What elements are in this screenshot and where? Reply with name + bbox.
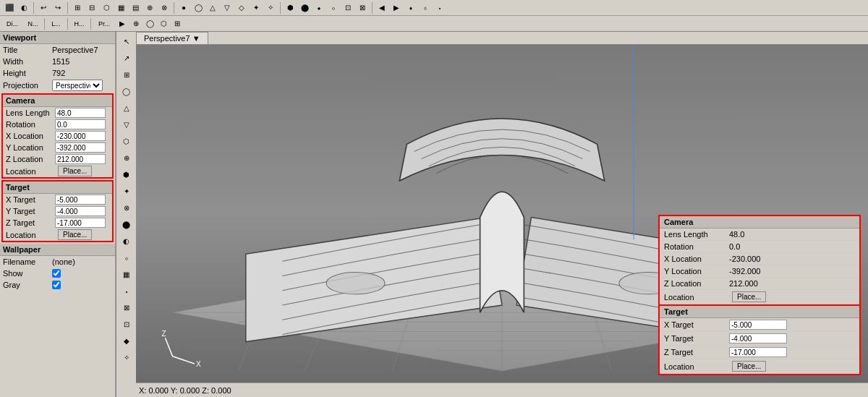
- projection-select[interactable]: Perspective Orthographic: [52, 80, 103, 91]
- toolbar-icon-14[interactable]: △: [206, 1, 219, 14]
- toolbar-icon-9[interactable]: ▤: [129, 1, 142, 14]
- lens-length-input[interactable]: [55, 108, 106, 118]
- rt-icon-14[interactable]: ⬦: [119, 249, 135, 265]
- toolbar-icon-12[interactable]: ●: [177, 1, 190, 14]
- z-target-input[interactable]: [55, 218, 106, 228]
- toolbar-icon-7[interactable]: ⬡: [100, 1, 113, 14]
- viewport-section-title: Viewport: [0, 32, 115, 44]
- rt-icon-12[interactable]: ⬤: [119, 216, 135, 232]
- toolbar-icon-26[interactable]: ▶: [390, 1, 403, 14]
- overlay-target-place-button[interactable]: Place...: [732, 361, 766, 372]
- camera-location-row: Location Place...: [3, 165, 112, 177]
- rt-icon-20[interactable]: ✧: [119, 349, 135, 365]
- toolbar-icon-15[interactable]: ▽: [221, 1, 234, 14]
- toolbar-icon-6[interactable]: ⊟: [85, 1, 98, 14]
- second-toolbar-icon-4[interactable]: ⬡: [157, 17, 170, 30]
- toolbar-icon-2[interactable]: ◐: [17, 1, 30, 14]
- rt-icon-10[interactable]: ✦: [119, 183, 135, 199]
- bottom-bar: X: 0.000 Y: 0.000 Z: 0.000: [136, 383, 868, 397]
- toolbar-icon-5[interactable]: ⊞: [71, 1, 84, 14]
- rt-icon-9[interactable]: ⬢: [119, 166, 135, 182]
- x-target-input[interactable]: [55, 195, 106, 205]
- y-target-row: Y Target: [3, 205, 112, 217]
- overlay-ytarget-row: Y Target: [660, 332, 859, 346]
- toolbar-icon-11[interactable]: ⊗: [158, 1, 171, 14]
- rotation-input[interactable]: [55, 119, 106, 129]
- overlay-zloc-label: Z Location: [664, 279, 729, 288]
- overlay-xtarget-input[interactable]: [729, 320, 787, 330]
- rt-icon-3[interactable]: ⊞: [119, 67, 135, 82]
- menu-n[interactable]: N...: [24, 17, 42, 30]
- overlay-yloc-value: -392.000: [729, 267, 855, 276]
- rt-icon-2[interactable]: ↗: [119, 50, 135, 66]
- overlay-ytarget-input[interactable]: [729, 333, 787, 343]
- toolbar-icon-20[interactable]: ⬤: [298, 1, 311, 14]
- rt-icon-7[interactable]: ⬡: [119, 133, 135, 149]
- show-checkbox[interactable]: [52, 269, 61, 278]
- coord-text: X: 0.000 Y: 0.000 Z: 0.000: [139, 386, 231, 395]
- second-toolbar-icon-5[interactable]: ⊞: [171, 17, 184, 30]
- target-place-button[interactable]: Place...: [58, 229, 92, 240]
- rt-icon-17[interactable]: ⊠: [119, 299, 135, 315]
- toolbar-icon-22[interactable]: ⬦: [327, 1, 340, 14]
- viewport-tab-item[interactable]: Perspective7 ▼: [136, 32, 208, 44]
- toolbar-icon-23[interactable]: ⊡: [341, 1, 354, 14]
- height-value: 792: [52, 69, 112, 77]
- toolbar-icon-27[interactable]: ⬧: [404, 1, 417, 14]
- second-toolbar-icon-2[interactable]: ⊕: [129, 17, 142, 30]
- rt-icon-4[interactable]: ◯: [119, 83, 135, 99]
- filename-row: Filename (none): [0, 256, 115, 268]
- toolbar-icon-10[interactable]: ⊕: [143, 1, 156, 14]
- overlay-ztarget-input[interactable]: [729, 347, 787, 357]
- menu-di[interactable]: Di...: [1, 17, 23, 30]
- lens-length-label: Lens Length: [6, 108, 55, 117]
- toolbar-icon-19[interactable]: ⬢: [284, 1, 297, 14]
- rt-icon-19[interactable]: ◆: [119, 333, 135, 349]
- z-location-input[interactable]: [55, 154, 106, 164]
- toolbar-icon-8[interactable]: ▦: [114, 1, 127, 14]
- menu-pr[interactable]: Pr...: [93, 17, 115, 30]
- toolbar-icon-18[interactable]: ✧: [264, 1, 277, 14]
- toolbar-icon-3[interactable]: ↩: [37, 1, 50, 14]
- toolbar-icon-21[interactable]: ⬥: [312, 1, 326, 14]
- toolbar-icon-29[interactable]: ⬩: [433, 1, 446, 14]
- title-label: Title: [3, 46, 52, 54]
- y-location-input[interactable]: [55, 142, 106, 153]
- menu-l[interactable]: L...: [47, 17, 65, 30]
- toolbar-icon-4[interactable]: ↪: [51, 1, 64, 14]
- filename-value: (none): [52, 257, 112, 266]
- rt-icon-6[interactable]: ▽: [119, 116, 135, 132]
- rt-icon-8[interactable]: ⊕: [119, 150, 135, 166]
- toolbar-icon-1[interactable]: ⬛: [3, 1, 16, 14]
- rt-icon-11[interactable]: ⊗: [119, 200, 135, 215]
- rt-icon-15[interactable]: ▦: [119, 266, 135, 282]
- toolbar-icon-16[interactable]: ◇: [235, 1, 248, 14]
- rt-icon-18[interactable]: ⊡: [119, 316, 135, 332]
- overlay-rotation-row: Rotation 0.0: [660, 241, 859, 253]
- toolbar-icon-25[interactable]: ◀: [375, 1, 388, 14]
- height-label: Height: [3, 69, 52, 77]
- second-toolbar-icon-1[interactable]: ▶: [116, 17, 129, 30]
- toolbar-icon-28[interactable]: ⬨: [419, 1, 432, 14]
- rt-icon-1[interactable]: ↖: [119, 33, 135, 49]
- rt-icon-16[interactable]: ⬩: [119, 283, 135, 299]
- overlay-place-button[interactable]: Place...: [732, 291, 766, 302]
- overlay-target-title: Target: [660, 304, 859, 318]
- gray-checkbox[interactable]: [52, 281, 61, 289]
- title-row: Title Perspective7: [0, 44, 115, 56]
- overlay-yloc-label: Y Location: [664, 267, 729, 276]
- viewport-tab: Perspective7 ▼: [136, 32, 868, 45]
- menu-h[interactable]: H...: [70, 17, 88, 30]
- y-target-input[interactable]: [55, 206, 106, 216]
- overlay-target-location-row: Location Place...: [660, 359, 859, 374]
- toolbar-icon-17[interactable]: ✦: [250, 1, 263, 14]
- x-location-input[interactable]: [55, 131, 106, 141]
- toolbar-icon-24[interactable]: ⊠: [356, 1, 369, 14]
- toolbar-icon-13[interactable]: ◯: [192, 1, 205, 14]
- rt-icon-5[interactable]: △: [119, 100, 135, 116]
- rt-icon-13[interactable]: ◐: [119, 233, 135, 249]
- overlay-xloc-label: X Location: [664, 255, 729, 263]
- second-toolbar-icon-3[interactable]: ◯: [143, 17, 156, 30]
- viewport-canvas[interactable]: X Z Camera Lens Length 48.0 Rotation 0.0…: [136, 45, 868, 383]
- camera-place-button[interactable]: Place...: [58, 166, 92, 176]
